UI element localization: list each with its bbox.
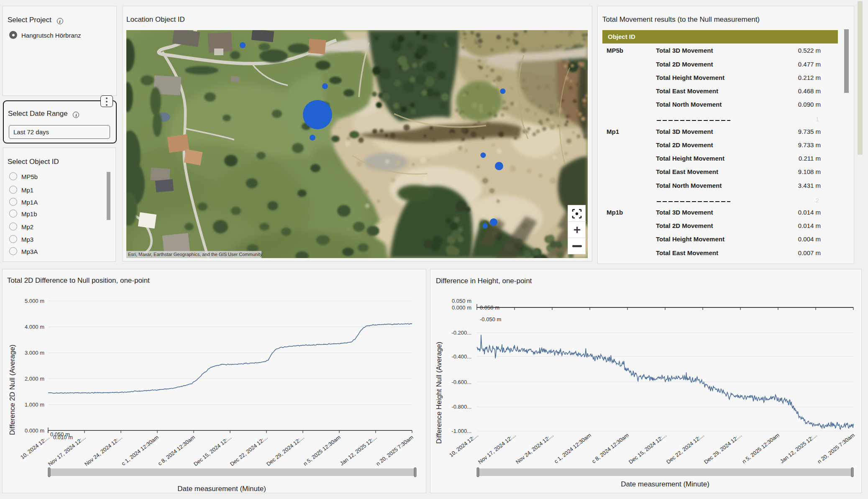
svg-text:Nov 17, 2024 12:...: Nov 17, 2024 12:... [477,432,517,465]
svg-text:2.000 m: 2.000 m [25,376,44,382]
svg-text:Difference 2D Null (Average): Difference 2D Null (Average) [8,345,16,435]
svg-text:1.000 m: 1.000 m [25,402,44,408]
svg-text:Dec 22, 2024 12:...: Dec 22, 2024 12:... [665,432,705,465]
svg-text:n 5, 2025 12:30am: n 5, 2025 12:30am [741,432,781,465]
svg-text:Dec 15, 2024 12:...: Dec 15, 2024 12:... [192,434,233,467]
svg-text:c 8, 2024 12:30am: c 8, 2024 12:30am [157,434,196,467]
svg-text:n 5, 2025 12:30am: n 5, 2025 12:30am [302,434,342,467]
svg-text:-0.050 m: -0.050 m [480,316,501,322]
svg-text:Total 2D Difference to Null po: Total 2D Difference to Null position, on… [7,276,150,284]
svg-text:n 20, 2025 7:30am: n 20, 2025 7:30am [375,434,415,467]
svg-text:10, 2024 12:...: 10, 2024 12:... [19,434,51,461]
svg-text:0.000 m: 0.000 m [452,305,471,311]
svg-text:0.050 m: 0.050 m [480,305,499,311]
svg-text:-0.800...: -0.800... [451,404,471,410]
svg-text:-0.400...: -0.400... [451,353,471,360]
svg-text:5.000 m: 5.000 m [25,298,44,304]
svg-text:Dec 22, 2024 12:...: Dec 22, 2024 12:... [229,434,269,467]
svg-text:0.000 m: 0.000 m [25,427,44,434]
svg-text:3.000 m: 3.000 m [25,350,44,356]
svg-text:n 20, 2025 7:30am: n 20, 2025 7:30am [816,432,856,465]
svg-text:Difference Height Null (Averag: Difference Height Null (Average) [435,342,443,444]
svg-text:10, 2024 12:...: 10, 2024 12:... [448,432,479,458]
svg-text:Nov 24, 2024 12:...: Nov 24, 2024 12:... [83,434,123,467]
svg-text:-1.000...: -1.000... [451,428,471,434]
svg-text:-0.600...: -0.600... [451,379,471,385]
svg-text:-0.200...: -0.200... [451,330,471,336]
svg-text:Date measurement (Minute): Date measurement (Minute) [621,480,709,488]
svg-text:4.000 m: 4.000 m [25,324,44,330]
svg-text:Date measurement (Minute): Date measurement (Minute) [177,485,266,493]
svg-text:Nov 24, 2024 12:...: Nov 24, 2024 12:... [515,432,555,465]
svg-text:c 8, 2024 12:30am: c 8, 2024 12:30am [591,432,630,465]
svg-text:c 1, 2024 12:30am: c 1, 2024 12:30am [553,432,592,465]
svg-text:Jan 12, 2025 12:...: Jan 12, 2025 12:... [339,434,378,467]
svg-text:Jan 12, 2025 12:...: Jan 12, 2025 12:... [779,432,818,465]
svg-text:Dec 29, 2024 12:...: Dec 29, 2024 12:... [265,434,305,467]
svg-text:Dec 15, 2024 12:...: Dec 15, 2024 12:... [627,432,668,465]
svg-text:0.050 m: 0.050 m [452,298,471,304]
svg-text:Dec 29, 2024 12:...: Dec 29, 2024 12:... [703,432,743,465]
svg-text:0.010 m: 0.010 m [53,434,73,440]
svg-text:Difference in Height, one-poin: Difference in Height, one-point [436,277,532,285]
svg-text:c 1, 2024 12:30am: c 1, 2024 12:30am [120,434,160,467]
